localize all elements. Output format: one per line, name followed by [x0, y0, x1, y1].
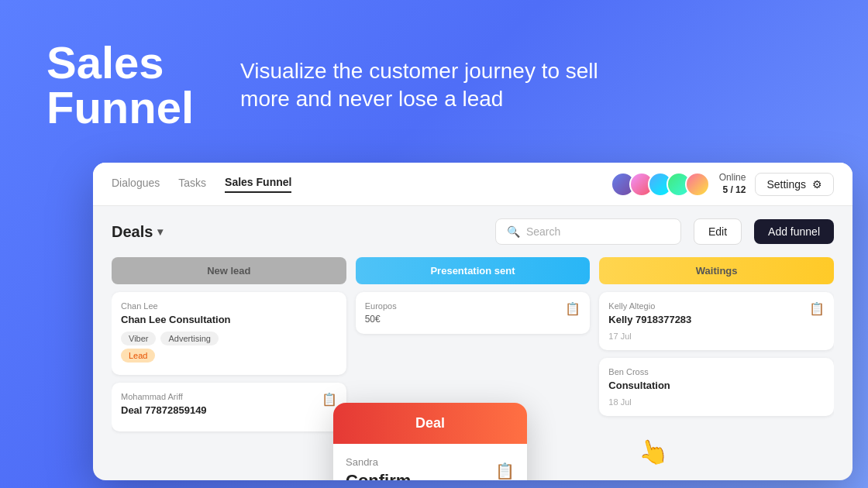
card-row: Europos 50€ 📋 [365, 301, 581, 325]
clipboard-icon: 📋 [565, 301, 580, 316]
clipboard-icon: 📋 [322, 392, 337, 407]
avatars [611, 172, 710, 197]
column-header-presentation: Presentation sent [356, 257, 591, 284]
card-customer-name: Mohammad Ariff [121, 392, 207, 401]
chevron-down-icon: ▾ [157, 225, 163, 238]
column-header-waitings: Waitings [599, 257, 834, 284]
settings-button[interactable]: Settings ⚙ [755, 173, 834, 196]
online-status: Online 5 / 12 [719, 172, 746, 196]
nav-bar: Dialogues Tasks Sales Funnel Online 5 / … [93, 163, 852, 206]
deals-label: Deals ▾ [112, 223, 163, 241]
card-customer-name: Chan Lee [121, 301, 337, 311]
toolbar: Deals ▾ 🔍 Search Edit Add funnel [112, 218, 834, 245]
card-kelly[interactable]: Kelly Altegio Kelly 7918377283 17 Jul 📋 [599, 292, 834, 350]
app-window: Dialogues Tasks Sales Funnel Online 5 / … [93, 163, 852, 480]
deal-popup[interactable]: Deal Sandra Confirm 120€ 📋 [333, 403, 527, 480]
search-box[interactable]: 🔍 Search [495, 218, 681, 245]
card-deal-title: Kelly 7918377283 [608, 314, 691, 325]
search-icon: 🔍 [507, 225, 520, 238]
tag-viber: Viber [121, 332, 156, 345]
card-europos[interactable]: Europos 50€ 📋 [356, 292, 591, 334]
column-header-new-lead: New lead [112, 257, 346, 284]
card-tags-row2: Lead [121, 349, 337, 363]
clipboard-icon: 📋 [495, 462, 515, 480]
tag-lead: Lead [121, 349, 155, 363]
card-tags: Viber Advertising [121, 332, 337, 345]
card-row: Kelly Altegio Kelly 7918377283 17 Jul 📋 [608, 301, 825, 341]
hero-title: Sales Funnel [46, 40, 194, 130]
card-date: 17 Jul [608, 332, 691, 341]
add-funnel-button[interactable]: Add funnel [754, 219, 834, 244]
search-placeholder: Search [526, 225, 560, 238]
settings-label: Settings [766, 178, 806, 191]
edit-button[interactable]: Edit [694, 218, 742, 245]
card-customer-name: Kelly Altegio [608, 301, 691, 311]
card-deal-title: Deal 77872859149 [121, 404, 207, 416]
popup-row: Sandra Confirm 120€ 📋 [346, 456, 515, 480]
card-date: 18 Jul [608, 397, 825, 407]
card-mohammad[interactable]: Mohammad Ariff Deal 77872859149 📋 [112, 383, 346, 431]
popup-customer-name: Sandra [346, 456, 411, 468]
column-waitings: Waitings Kelly Altegio Kelly 7918377283 … [599, 257, 834, 439]
column-new-lead: New lead Chan Lee Chan Lee Consultation … [112, 257, 346, 439]
clipboard-icon: 📋 [809, 301, 825, 316]
hero-section: Sales Funnel Visualize the customer jour… [0, 0, 868, 170]
card-deal-title: Chan Lee Consultation [121, 314, 337, 325]
card-customer-name: Ben Cross [608, 367, 825, 376]
deal-popup-body: Sandra Confirm 120€ 📋 [333, 444, 527, 480]
tab-sales-funnel[interactable]: Sales Funnel [225, 176, 291, 193]
card-row: Mohammad Ariff Deal 77872859149 📋 [121, 392, 337, 422]
nav-right: Online 5 / 12 Settings ⚙ [611, 172, 834, 197]
popup-deal-title: Confirm [346, 471, 411, 480]
tab-tasks[interactable]: Tasks [178, 177, 206, 192]
card-chan-lee[interactable]: Chan Lee Chan Lee Consultation Viber Adv… [112, 292, 346, 375]
avatar [685, 172, 710, 197]
tab-dialogues[interactable]: Dialogues [112, 177, 160, 192]
gear-icon: ⚙ [812, 178, 822, 191]
card-amount: 50€ [365, 314, 397, 325]
card-customer-name: Europos [365, 301, 397, 311]
card-ben-cross[interactable]: Ben Cross Consultation 18 Jul [599, 358, 834, 416]
card-deal-title: Consultation [608, 380, 825, 391]
nav-tabs: Dialogues Tasks Sales Funnel [112, 176, 586, 193]
hero-subtitle: Visualize the customer journey to sell m… [240, 57, 628, 114]
tag-advertising: Advertising [160, 332, 218, 345]
deal-popup-header: Deal [333, 403, 527, 444]
